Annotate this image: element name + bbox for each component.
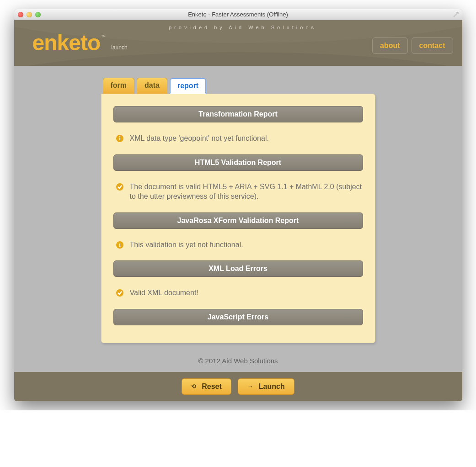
tab-report[interactable]: report: [170, 78, 206, 94]
window-title: Enketo - Faster Assessments (Offline): [14, 11, 462, 18]
zoom-window-button[interactable]: [35, 12, 41, 17]
section-heading: JavaScript Errors: [113, 309, 363, 325]
tab-data[interactable]: data: [137, 78, 167, 94]
section-heading: XML Load Errors: [113, 260, 363, 277]
nav-contact[interactable]: contact: [412, 37, 453, 54]
app-window: Enketo - Faster Assessments (Offline) pr…: [14, 9, 462, 401]
logo[interactable]: enketo ™ launch: [32, 32, 128, 54]
launch-button-label: Launch: [259, 382, 285, 391]
report-panel: Transformation Report i XML data type 'g…: [101, 94, 375, 343]
reset-icon: ⟲: [191, 383, 196, 390]
close-window-button[interactable]: [18, 12, 23, 17]
minimize-window-button[interactable]: [27, 12, 32, 17]
nav-about[interactable]: about: [372, 37, 408, 54]
logo-tm: ™: [101, 34, 106, 39]
report-item: i XML data type 'geopoint' not yet funct…: [116, 133, 363, 143]
tagline: provided by Aid Web Solutions: [32, 25, 453, 30]
logo-text: enketo: [32, 32, 101, 54]
footer-text: © 2012 Aid Web Solutions: [14, 357, 462, 365]
check-icon: [116, 289, 123, 297]
header-nav: about contact: [372, 37, 453, 54]
report-item: Valid XML document!: [116, 288, 363, 298]
resize-icon: [453, 12, 459, 17]
bottom-bar: ⟲ Reset → Launch: [14, 372, 462, 401]
arrow-right-icon: →: [247, 383, 253, 390]
reset-button-label: Reset: [202, 382, 222, 391]
check-icon: [116, 183, 123, 191]
titlebar: Enketo - Faster Assessments (Offline): [14, 9, 462, 20]
report-item-text: This validation is yet not functional.: [130, 240, 243, 250]
section-heading: HTML5 Validation Report: [113, 154, 363, 171]
tab-form[interactable]: form: [103, 78, 135, 94]
info-icon: i: [116, 135, 123, 142]
report-item: i This validation is yet not functional.: [116, 240, 363, 250]
launch-button[interactable]: → Launch: [238, 378, 294, 395]
section-heading: JavaRosa XForm Validation Report: [113, 212, 363, 229]
logo-subtext: launch: [111, 44, 127, 51]
window-controls: [18, 12, 41, 17]
report-item-text: XML data type 'geopoint' not yet functio…: [130, 133, 269, 143]
section-heading: Transformation Report: [113, 106, 363, 122]
content-area: form data report Transformation Report i…: [14, 66, 462, 372]
info-icon: i: [116, 241, 123, 249]
app-header: provided by Aid Web Solutions enketo ™ l…: [14, 20, 462, 66]
report-item: The document is valid HTML5 + ARIA + SVG…: [116, 182, 363, 202]
report-item-text: Valid XML document!: [130, 288, 198, 298]
reset-button[interactable]: ⟲ Reset: [182, 378, 231, 395]
report-item-text: The document is valid HTML5 + ARIA + SVG…: [130, 182, 363, 202]
tabs: form data report: [101, 78, 375, 94]
